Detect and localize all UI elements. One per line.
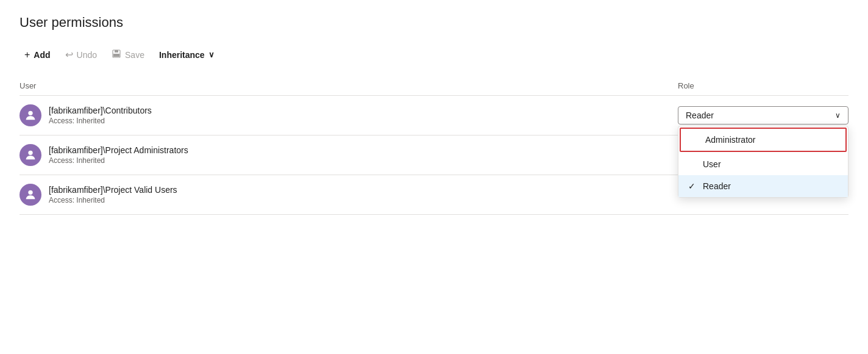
role-value: Reader — [686, 110, 714, 120]
toolbar: + Add ↩ Undo Save Inheritance ∨ — [20, 45, 848, 64]
dropdown-item-reader[interactable]: ✓ Reader — [678, 175, 848, 197]
user-info: [fabrikamfiber]\Contributors Access: Inh… — [20, 104, 152, 126]
user-info: [fabrikamfiber]\Project Administrators A… — [20, 144, 188, 166]
check-icon: ✓ — [688, 181, 698, 191]
user-info: [fabrikamfiber]\Project Valid Users Acce… — [20, 184, 177, 206]
avatar — [20, 184, 41, 206]
dropdown-menu: Administrator User ✓ Reader — [678, 126, 848, 198]
col-user-header: User — [20, 81, 678, 90]
dropdown-option-label: Reader — [703, 181, 731, 191]
page-title: User permissions — [20, 15, 848, 31]
col-role-header: Role — [678, 81, 848, 90]
table-row: [fabrikamfiber]\Contributors Access: Inh… — [20, 96, 848, 135]
user-access: Access: Inherited — [49, 156, 188, 165]
save-icon — [112, 49, 121, 60]
add-icon: + — [24, 50, 30, 60]
user-name: [fabrikamfiber]\Contributors — [49, 106, 152, 115]
avatar — [20, 104, 41, 126]
save-label: Save — [125, 50, 144, 60]
dropdown-option-label: Administrator — [705, 135, 755, 145]
svg-rect-1 — [115, 50, 118, 52]
role-dropdown[interactable]: Reader ∨ — [678, 106, 848, 125]
undo-icon: ↩ — [65, 50, 73, 60]
avatar — [20, 144, 41, 166]
dropdown-option-label: User — [703, 159, 721, 169]
chevron-down-icon: ∨ — [208, 50, 215, 59]
add-button[interactable]: + Add — [20, 46, 55, 63]
dropdown-item-user[interactable]: User — [678, 153, 848, 175]
user-name: [fabrikamfiber]\Project Administrators — [49, 145, 188, 155]
inheritance-button[interactable]: Inheritance ∨ — [154, 46, 219, 63]
undo-label: Undo — [77, 50, 97, 60]
user-name: [fabrikamfiber]\Project Valid Users — [49, 185, 177, 195]
svg-point-3 — [28, 111, 32, 115]
role-dropdown-container: Reader ∨ Administrator User ✓ Reader — [678, 106, 848, 125]
svg-point-4 — [28, 151, 32, 155]
table-header: User Role — [20, 76, 848, 96]
undo-button[interactable]: ↩ Undo — [60, 46, 102, 63]
chevron-down-icon: ∨ — [835, 111, 841, 120]
user-access: Access: Inherited — [49, 117, 152, 125]
svg-rect-2 — [113, 54, 119, 57]
add-label: Add — [34, 50, 50, 60]
svg-point-5 — [28, 190, 32, 195]
dropdown-item-administrator[interactable]: Administrator — [680, 128, 847, 152]
inheritance-label: Inheritance — [159, 50, 205, 60]
user-access: Access: Inherited — [49, 196, 177, 204]
save-button[interactable]: Save — [107, 45, 149, 64]
